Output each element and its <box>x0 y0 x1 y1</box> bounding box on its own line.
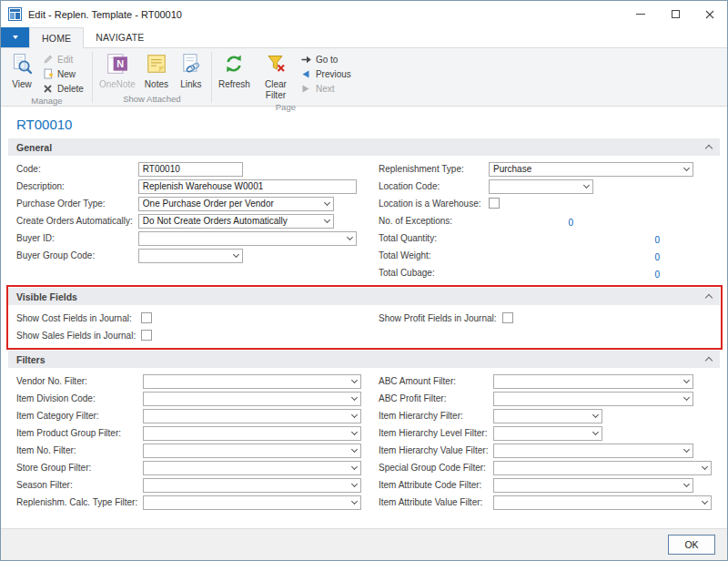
previous-button[interactable]: Previous <box>298 66 357 81</box>
chevron-down-icon[interactable] <box>581 180 592 193</box>
item-attribute-code-filter-select[interactable] <box>493 478 693 493</box>
field-row-no-of-exceptions: No. of Exceptions: 0 <box>379 212 693 230</box>
links-button[interactable]: Links <box>174 51 208 92</box>
chevron-down-icon[interactable] <box>681 375 693 388</box>
onenote-button[interactable]: N OneNote <box>96 51 139 92</box>
edit-button[interactable]: Edit <box>39 52 89 66</box>
visible-fields-section-header[interactable]: Visible Fields <box>8 288 720 305</box>
arrow-left-icon <box>299 70 313 78</box>
store-group-filter-label: Store Group Filter: <box>16 459 143 476</box>
total-cubage-value[interactable]: 0 <box>489 270 660 280</box>
chevron-down-icon[interactable] <box>681 163 693 176</box>
item-hierarchy-value-filter-select[interactable] <box>493 444 693 458</box>
purchase-order-type-select[interactable]: One Purchase Order per Vendor <box>138 197 334 211</box>
chevron-down-icon[interactable] <box>590 410 602 423</box>
previous-button-label: Previous <box>316 69 351 79</box>
item-attribute-value-filter-select[interactable] <box>493 495 712 510</box>
code-input[interactable]: RT00010 <box>138 162 243 177</box>
close-button[interactable] <box>693 1 727 27</box>
chevron-down-icon[interactable] <box>699 496 711 509</box>
tab-home[interactable]: HOME <box>29 27 84 48</box>
item-division-code-select[interactable] <box>143 392 361 406</box>
delete-button-label: Delete <box>57 84 84 94</box>
chevron-down-icon[interactable] <box>349 496 360 509</box>
chevron-down-icon[interactable] <box>349 410 360 423</box>
new-button[interactable]: New <box>39 66 89 81</box>
buyer-group-select[interactable] <box>138 249 243 263</box>
special-group-code-filter-select[interactable] <box>493 461 712 475</box>
vendor-no-filter-select[interactable] <box>143 374 361 389</box>
description-input[interactable]: Replenish Warehouse W0001 <box>138 179 357 194</box>
notes-button[interactable]: Notes <box>139 51 174 92</box>
total-quantity-value[interactable]: 0 <box>489 235 660 245</box>
chevron-down-icon[interactable] <box>699 462 711 474</box>
abc-amount-filter-select[interactable] <box>493 374 693 389</box>
refresh-button[interactable]: Refresh <box>215 51 254 92</box>
application-menu-button[interactable] <box>1 27 29 47</box>
item-product-group-filter-label: Item Product Group Filter: <box>16 424 143 442</box>
chevron-down-icon[interactable] <box>681 444 693 457</box>
field-row-description: Description: Replenish Warehouse W0001 <box>16 178 357 195</box>
chevron-down-icon[interactable] <box>349 427 360 440</box>
chevron-down-icon[interactable] <box>321 198 333 210</box>
goto-button[interactable]: Go to <box>298 52 357 66</box>
item-hierarchy-filter-select[interactable] <box>493 409 602 423</box>
replenishment-type-select[interactable]: Purchase <box>489 162 693 177</box>
item-no-filter-select[interactable] <box>143 444 361 458</box>
minimize-button[interactable] <box>623 1 658 27</box>
maximize-button[interactable] <box>658 1 693 27</box>
show-cost-checkbox[interactable] <box>141 312 152 323</box>
ribbon-group-show-attached: N OneNote Notes <box>94 49 210 106</box>
show-profit-label: Show Profit Fields in Journal: <box>379 310 502 327</box>
chevron-down-icon[interactable] <box>349 462 360 474</box>
field-row-item-attribute-value-filter: Item Attribute Value Filter: <box>379 494 712 511</box>
general-section-header[interactable]: General <box>8 138 720 156</box>
location-code-select[interactable] <box>489 179 593 194</box>
chevron-down-icon[interactable] <box>590 427 602 440</box>
ribbon-tab-row: HOME NAVIGATE <box>1 27 727 48</box>
ok-button[interactable]: OK <box>668 535 715 555</box>
arrow-right-icon <box>299 85 313 93</box>
no-of-exceptions-value[interactable]: 0 <box>489 218 573 228</box>
field-row-item-attribute-code-filter: Item Attribute Code Filter: <box>379 476 712 494</box>
chevron-up-icon[interactable] <box>705 357 713 364</box>
chevron-down-icon[interactable] <box>321 215 333 228</box>
chevron-down-icon[interactable] <box>681 393 693 405</box>
chevron-up-icon[interactable] <box>705 145 713 152</box>
field-row-special-group-code-filter: Special Group Code Filter: <box>379 459 712 476</box>
replenish-calc-type-filter-select[interactable] <box>143 495 361 510</box>
create-orders-select[interactable]: Do Not Create Orders Automatically <box>138 214 334 229</box>
abc-profit-filter-label: ABC Profit Filter: <box>379 390 493 407</box>
clear-filter-button[interactable]: Clear Filter <box>254 51 298 102</box>
chevron-up-icon[interactable] <box>705 294 713 301</box>
chevron-down-icon[interactable] <box>681 479 693 492</box>
chevron-down-icon[interactable] <box>349 479 360 492</box>
replenishment-type-label: Replenishment Type: <box>379 160 489 178</box>
item-category-filter-select[interactable] <box>143 409 361 423</box>
item-attribute-code-filter-label: Item Attribute Code Filter: <box>379 476 493 494</box>
chevron-down-icon[interactable] <box>349 393 360 405</box>
filters-section-header[interactable]: Filters <box>8 351 720 368</box>
tab-navigate[interactable]: NAVIGATE <box>84 27 156 47</box>
field-row-item-hierarchy-level-filter: Item Hierarchy Level Filter: <box>379 424 712 442</box>
field-row-show-sales: Show Sales Fields in Journal: <box>16 327 152 344</box>
show-sales-checkbox[interactable] <box>141 330 152 341</box>
show-profit-checkbox[interactable] <box>502 312 513 323</box>
view-button[interactable]: View <box>5 51 39 92</box>
chevron-down-icon[interactable] <box>230 250 242 262</box>
abc-profit-filter-select[interactable] <box>493 392 693 406</box>
delete-button[interactable]: Delete <box>39 81 89 96</box>
total-weight-value[interactable]: 0 <box>489 252 660 262</box>
location-is-warehouse-checkbox[interactable] <box>489 198 500 209</box>
chevron-down-icon[interactable] <box>349 444 360 457</box>
chevron-down-icon[interactable] <box>344 232 356 245</box>
store-group-filter-select[interactable] <box>143 461 361 475</box>
ribbon-separator <box>92 52 93 103</box>
chevron-down-icon[interactable] <box>349 375 360 388</box>
item-product-group-filter-select[interactable] <box>143 426 361 441</box>
field-row-buyer-id: Buyer ID: <box>16 230 357 247</box>
season-filter-select[interactable] <box>143 478 361 493</box>
next-button[interactable]: Next <box>298 81 357 96</box>
item-hierarchy-level-filter-select[interactable] <box>493 426 602 441</box>
buyer-id-select[interactable] <box>138 231 357 246</box>
